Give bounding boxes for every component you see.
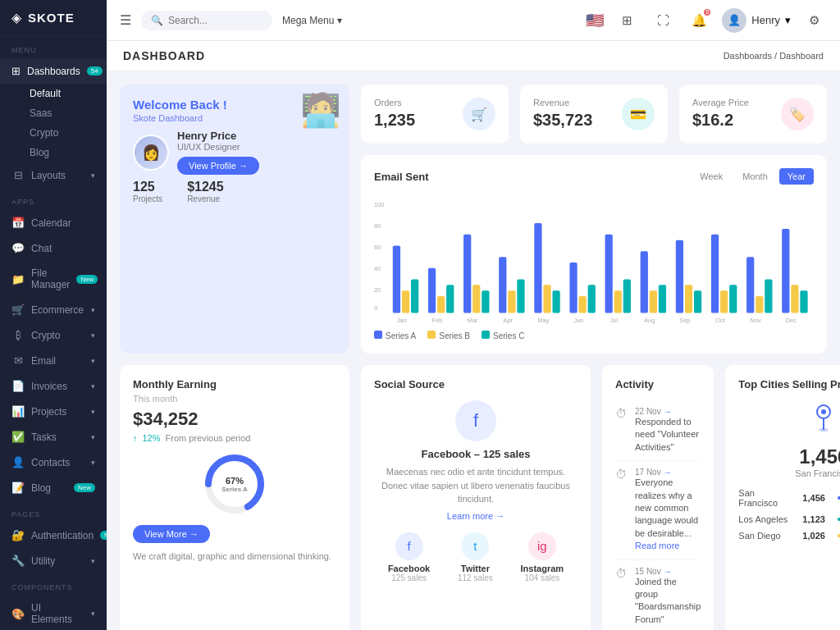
- email-chart-card: Email Sent Week Month Year 100 8: [361, 155, 827, 354]
- activity-date-2: 17 Nov →: [635, 468, 701, 477]
- svg-text:Sep: Sep: [679, 317, 690, 324]
- svg-rect-42: [711, 235, 719, 313]
- mega-menu-chevron: ▾: [337, 15, 342, 26]
- svg-rect-10: [428, 268, 436, 313]
- welcome-card: Welcome Back ! Skote Dashboard 🧑‍💻 👩 Hen…: [120, 84, 349, 354]
- svg-rect-14: [463, 235, 471, 313]
- sidebar-item-utility[interactable]: 🔧 Utility ▾: [0, 548, 107, 573]
- city-val-sf: 1,456: [802, 493, 831, 503]
- chart-legend: Series A Series B Series C: [374, 331, 814, 340]
- settings-button[interactable]: ⚙: [801, 7, 827, 34]
- sidebar-item-saas[interactable]: Saas: [18, 103, 107, 123]
- svg-rect-36: [659, 285, 666, 313]
- svg-rect-24: [552, 290, 559, 313]
- email-icon: ✉: [11, 354, 25, 367]
- svg-rect-11: [437, 296, 445, 313]
- tasks-arrow: ▾: [91, 433, 95, 441]
- sidebar-item-email[interactable]: ✉ Email ▾: [0, 348, 107, 373]
- mega-menu-button[interactable]: Mega Menu ▾: [282, 15, 342, 26]
- city-row-sf: San Francisco 1,456: [738, 488, 840, 508]
- social-twitter: t Twitter 112 sales: [458, 532, 493, 582]
- projects-value: 125: [133, 180, 162, 194]
- sidebar-item-projects[interactable]: 📊 Projects ▾: [0, 399, 107, 424]
- main-content: Welcome Back ! Skote Dashboard 🧑‍💻 👩 Hen…: [107, 71, 840, 630]
- revenue-icon: 💳: [622, 98, 655, 130]
- user-menu[interactable]: 👤 Henry ▾: [722, 8, 791, 33]
- grid-button[interactable]: ⊞: [614, 7, 640, 34]
- activity-item-2: ⏱ 17 Nov → Everyone realizes why a new c…: [615, 461, 701, 559]
- revenue-label: Revenue: [187, 194, 224, 203]
- hamburger-button[interactable]: ☰: [120, 12, 131, 28]
- sidebar-item-layouts[interactable]: ⊟ Layouts ▾: [0, 162, 107, 188]
- ig-sales: 104 sales: [521, 573, 564, 582]
- breadcrumb: Dashboards / Dashboard: [724, 51, 824, 61]
- svg-rect-12: [446, 285, 454, 313]
- invoices-arrow: ▾: [91, 382, 95, 390]
- second-row: Monthly Earning This month $34,252 ↑ 12%…: [120, 365, 827, 630]
- chart-tabs: Week Month Year: [692, 168, 814, 185]
- notification-badge: 9: [704, 9, 710, 16]
- sidebar-item-tasks[interactable]: ✅ Tasks ▾: [0, 424, 107, 450]
- twitter-icon: t: [461, 532, 489, 560]
- svg-text:Aug: Aug: [644, 317, 655, 324]
- sidebar-item-crypto[interactable]: Crypto: [18, 123, 107, 143]
- blog-icon: 📝: [11, 482, 25, 494]
- svg-rect-8: [411, 280, 418, 313]
- svg-rect-44: [729, 285, 737, 313]
- svg-rect-15: [472, 285, 480, 313]
- activity-card: Activity ⏱ 22 Nov → Responded to need "V…: [602, 365, 714, 630]
- sidebar-item-ecommerce[interactable]: 🛒 Ecommerce ▾: [0, 297, 107, 322]
- language-flag[interactable]: 🇺🇸: [586, 11, 604, 30]
- chart-area: 100 80 60 40 20 0 JanFebMarAprMayJunJulA…: [374, 193, 814, 324]
- notifications-button[interactable]: 🔔 9: [686, 7, 712, 34]
- username: Henry: [751, 14, 780, 26]
- svg-rect-6: [393, 245, 400, 313]
- auth-badge: New: [100, 531, 107, 540]
- monthly-period: This month: [133, 394, 336, 404]
- grid-icon: ⊞: [622, 13, 632, 28]
- fullscreen-button[interactable]: ⛶: [650, 7, 676, 34]
- avatar: 👤: [722, 8, 746, 33]
- learn-more-link[interactable]: Learn more →: [374, 511, 578, 521]
- tab-week[interactable]: Week: [692, 168, 731, 185]
- svg-point-58: [819, 428, 829, 431]
- activity-date-1: 22 Nov →: [635, 407, 701, 416]
- sidebar-item-invoices[interactable]: 📄 Invoices ▾: [0, 373, 107, 399]
- svg-rect-19: [508, 290, 515, 313]
- invoices-icon: 📄: [11, 380, 25, 392]
- read-more-link[interactable]: Read more: [635, 541, 679, 550]
- pages-label: PAGES: [0, 500, 107, 523]
- layouts-icon: ⊟: [11, 169, 25, 181]
- sidebar-item-calendar[interactable]: 📅 Calendar: [0, 210, 107, 235]
- sidebar-item-blog[interactable]: Blog: [18, 143, 107, 162]
- city-name-sd: San Diego: [738, 531, 796, 541]
- search-input[interactable]: [168, 15, 262, 26]
- svg-rect-50: [782, 229, 789, 313]
- sidebar-item-crypto[interactable]: ₿ Crypto ▾: [0, 322, 107, 348]
- sidebar-item-contacts[interactable]: 👤 Contacts ▾: [0, 450, 107, 475]
- projects-icon: 📊: [11, 405, 25, 418]
- sidebar-item-authentication[interactable]: 🔐 Authentication New: [0, 523, 107, 548]
- activity-date-3: 15 Nov →: [635, 567, 701, 576]
- sidebar-item-file-manager[interactable]: 📁 File Manager New: [0, 261, 107, 297]
- social-links: f Facebook 125 sales t Twitter 112 sales…: [374, 532, 578, 582]
- sidebar-item-dashboards[interactable]: ⊞ Dashboards 54: [0, 58, 107, 84]
- svg-rect-28: [588, 285, 596, 313]
- tab-year[interactable]: Year: [779, 168, 814, 185]
- top-row: Welcome Back ! Skote Dashboard 🧑‍💻 👩 Hen…: [120, 84, 827, 354]
- sidebar-item-blog[interactable]: 📝 Blog New: [0, 475, 107, 500]
- view-more-button[interactable]: View More →: [133, 525, 210, 543]
- sidebar-item-default[interactable]: Default: [18, 84, 107, 103]
- view-profile-button[interactable]: View Profile →: [177, 157, 259, 175]
- orders-value: 1,235: [374, 111, 415, 130]
- donut-label: 67% Series A: [221, 476, 248, 493]
- svg-text:20: 20: [374, 286, 381, 294]
- svg-text:Apr: Apr: [504, 317, 514, 324]
- bar-chart: 100 80 60 40 20 0 JanFebMarAprMayJunJulA…: [374, 193, 814, 324]
- donut-chart: 67% Series A: [133, 451, 336, 517]
- chart-header: Email Sent Week Month Year: [374, 168, 814, 185]
- clock-icon-3: ⏱: [615, 567, 627, 580]
- tab-month[interactable]: Month: [734, 168, 776, 185]
- sidebar-item-ui-elements[interactable]: 🎨 UI Elements ▾: [0, 596, 107, 630]
- sidebar-item-chat[interactable]: 💬 Chat: [0, 235, 107, 261]
